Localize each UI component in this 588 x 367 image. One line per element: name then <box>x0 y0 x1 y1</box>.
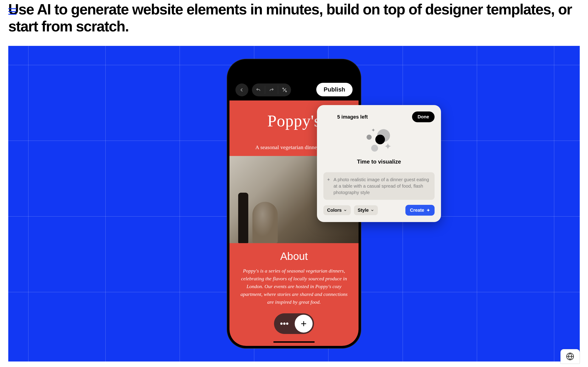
chevron-down-icon <box>371 209 374 212</box>
style-dropdown[interactable]: Style <box>354 205 378 215</box>
visualize-icon: ✦✦ <box>363 129 395 154</box>
colors-dropdown[interactable]: Colors <box>323 205 351 215</box>
arrow-left-icon <box>239 87 245 93</box>
images-left-counter: 5 images left <box>337 114 368 120</box>
create-button[interactable]: Create ✦ <box>405 205 435 216</box>
more-button[interactable]: ••• <box>275 315 293 333</box>
undo-icon <box>255 87 261 93</box>
chevron-down-icon <box>343 209 347 212</box>
page-headline: Use AI to generate website elements in m… <box>8 0 580 35</box>
language-button[interactable] <box>561 349 580 364</box>
done-button[interactable]: Done <box>412 111 435 122</box>
back-button[interactable] <box>235 83 248 96</box>
undo-button[interactable] <box>252 83 265 96</box>
popup-title: Time to visualize <box>323 158 435 165</box>
about-heading: About <box>229 250 359 262</box>
publish-button[interactable]: Publish <box>316 83 353 96</box>
prompt-text: A photo realistic image of a dinner gues… <box>334 177 429 195</box>
prompt-input[interactable]: ✦ A photo realistic image of a dinner gu… <box>323 172 435 200</box>
menu-button[interactable] <box>8 6 18 17</box>
tools-button[interactable] <box>278 83 291 96</box>
redo-icon <box>268 87 275 93</box>
canvas-area: Publish Poppy's A seasonal vegetarian di… <box>8 46 580 361</box>
redo-button[interactable] <box>265 83 278 96</box>
editor-toolbar: Publish <box>229 61 359 100</box>
fab-group: ••• + <box>274 313 314 334</box>
add-button[interactable]: + <box>295 315 313 333</box>
plus-icon: + <box>301 318 307 329</box>
ellipsis-icon: ••• <box>280 319 289 328</box>
sparkle-icon: ✦ <box>327 176 330 183</box>
ai-image-popup: 5 images left Done ✦✦ Time to visualize … <box>317 105 441 222</box>
tools-icon <box>282 87 288 93</box>
sparkle-icon: ✦ <box>426 208 430 213</box>
globe-icon <box>565 352 575 361</box>
home-indicator <box>273 341 315 343</box>
about-body: Poppy's is a series of seasonal vegetari… <box>229 262 359 306</box>
